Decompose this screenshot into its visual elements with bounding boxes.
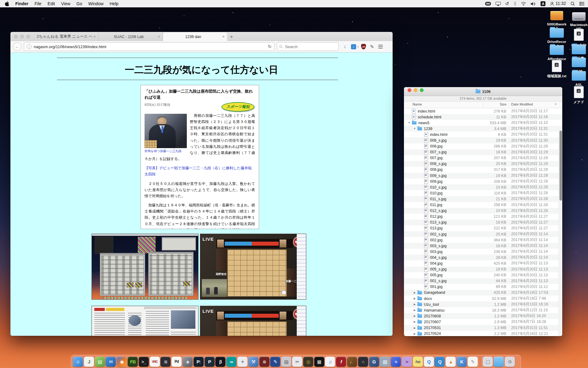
tab-suac-1106-lab[interactable]: SUAC - 1106 Lab ✕ (99, 32, 163, 41)
volume-icon[interactable] (531, 2, 536, 6)
notification-center-icon[interactable] (579, 2, 584, 6)
dock-image-viewer-icon[interactable]: ▧ (380, 357, 390, 367)
dock-audio-editor-icon[interactable]: ≈• (402, 357, 412, 367)
dock-keychain-icon[interactable]: ⊗ (259, 357, 270, 367)
disclosure-triangle[interactable]: ▶ (412, 332, 417, 335)
dock-wave-intel-icon[interactable]: ≈• (391, 357, 401, 367)
url-bar[interactable]: i nagasm.org/1106/news5/1239/index.html … (24, 42, 274, 51)
dock-grab-icon[interactable]: ▤ (95, 357, 105, 367)
file-row[interactable]: 011.jpg258 KB2017年6月20日 11:28 (404, 202, 562, 208)
file-row[interactable]: 006_s.jpg19 KB2017年6月20日 11:30 (404, 137, 562, 143)
scrollbar-track[interactable] (559, 129, 562, 336)
dock-trash-icon[interactable]: ♻ (505, 357, 515, 367)
disclosure-triangle[interactable]: ▶ (412, 315, 417, 317)
url-text[interactable]: nagasm.org/1106/news5/1239/index.html (34, 44, 266, 49)
file-row[interactable]: 005.jpg240 KB2017年6月20日 11:13 (404, 272, 562, 278)
folder-row[interactable]: ▼news5533.4 MB2017年6月20日 11:10 (404, 120, 562, 126)
dock-jedit-icon[interactable]: J• (84, 357, 94, 367)
new-tab-button[interactable]: + (227, 32, 236, 41)
reload-icon[interactable]: ↻ (268, 44, 272, 49)
file-row[interactable]: index.html6 KB2017年6月20日 11:31 (404, 132, 562, 137)
file-row[interactable]: 002_s.jpg25 KB2017年6月20日 11:14 (404, 231, 562, 237)
close-window-button[interactable] (14, 35, 18, 38)
file-row[interactable]: 007_s.jpg18 KB2017年6月20日 11:29 (404, 149, 562, 155)
disclosure-triangle[interactable]: ▶ (412, 320, 417, 323)
file-row[interactable]: 011_s.jpg21 KB2017年6月20日 11:28 (404, 196, 562, 202)
eyes-status-icon[interactable] (485, 2, 491, 6)
back-button[interactable]: ← (13, 42, 21, 51)
folder-row[interactable]: ▶docs52.9 MB2017年6月19日 7:48 (404, 296, 562, 301)
scrollbar-thumb[interactable] (560, 131, 562, 201)
close-tab-icon[interactable]: ✕ (93, 35, 96, 38)
desktop-icon-asl[interactable]: ASL (565, 71, 588, 87)
file-row[interactable]: 001.jpg89 KB2017年6月20日 11:12 (404, 284, 562, 290)
file-row[interactable]: 009.jpg208 KB2017年6月20日 11:28 (404, 178, 562, 184)
pocket-icon[interactable]: ↓ (351, 44, 356, 49)
dock-headphones-icon[interactable]: ∩ (358, 357, 368, 367)
file-row[interactable]: 006.jpg266 KB2017年6月20日 11:29 (404, 144, 562, 149)
time-machine-icon[interactable]: ↺ (505, 1, 509, 6)
dock-app-window-icon[interactable]: ▢ (483, 357, 493, 367)
file-row[interactable]: 004.jpg420 KB2017年6月20日 11:13 (404, 260, 562, 266)
file-row[interactable]: 002.jpg364 KB2017年6月20日 11:14 (404, 237, 562, 243)
search-bar[interactable] (277, 42, 339, 51)
file-row[interactable]: 010.jpg118 KB2017年6月20日 11:28 (404, 190, 562, 196)
dock-firefox-icon[interactable]: ◉• (117, 357, 127, 367)
dock-printer-icon[interactable]: ▤ (281, 357, 291, 367)
dock-terminal-icon[interactable]: >_ (139, 357, 149, 367)
file-row[interactable]: 008_s.jpg20 KB2017年6月20日 11:29 (404, 161, 562, 167)
file-row[interactable]: 003.jpg239 KB2017年6月20日 11:14 (404, 249, 562, 255)
dock-vlc-icon[interactable]: ▲ (446, 357, 456, 367)
dock-finder-icon[interactable]: ☺• (73, 357, 83, 367)
column-header-size[interactable]: Size (483, 102, 507, 107)
dock-quicktime-x-icon[interactable]: Q (435, 357, 445, 367)
file-row[interactable]: 007.jpg207 KB2017年6月20日 11:29 (404, 155, 562, 161)
screenshot-thumbnail-docs[interactable] (92, 306, 198, 336)
file-row[interactable]: 003_s.jpg18 KB2017年6月20日 11:14 (404, 243, 562, 249)
folder-row[interactable]: ▶201706072.9 MB2017年6月7日 16:28 (404, 319, 562, 325)
kato-photo[interactable] (145, 114, 187, 148)
dock-puredata-icon[interactable]: Pd (172, 357, 182, 367)
dock-processing-icon[interactable]: P: (194, 357, 204, 367)
dock-keynote-icon[interactable]: K (457, 357, 467, 367)
menu-item-window[interactable]: Window (85, 1, 107, 6)
tab-2channel[interactable]: 2ちゃんねる 電車男 ニュース ヘッドラ ✕ (34, 32, 99, 41)
file-row[interactable]: 012.jpg121 KB2017年6月20日 11:27 (404, 214, 562, 220)
input-source-icon[interactable]: A (541, 1, 545, 6)
menu-item-go[interactable]: Go (74, 1, 85, 6)
file-row[interactable]: schedule.html11 KB2017年6月20日 11:16 (404, 114, 562, 120)
minimize-window-button[interactable] (20, 35, 24, 38)
menu-item-finder[interactable]: Finder (12, 1, 32, 6)
file-row[interactable]: 004_s.jpg28 KB2017年6月20日 11:14 (404, 255, 562, 260)
disclosure-triangle[interactable]: ▶ (412, 291, 417, 294)
desktop-icon-meado[interactable]: メアド (565, 86, 588, 104)
search-input[interactable] (285, 44, 336, 49)
file-row[interactable]: 001_s.jpg44 KB2017年6月20日 11:13 (404, 278, 562, 284)
dock-downloads-folder-icon[interactable] (494, 357, 504, 367)
file-row[interactable]: 013_s.jpg18 KB2017年6月20日 11:27 (404, 220, 562, 225)
dock-medal-icon[interactable]: ◎ (303, 357, 313, 367)
pocket-caret-icon[interactable]: ▾ (357, 45, 359, 48)
spotlight-icon[interactable] (571, 2, 575, 6)
dock-flash-icon[interactable]: f (336, 357, 346, 367)
dock-quicktime-icon[interactable]: Q (424, 357, 434, 367)
menu-hamburger-icon[interactable] (378, 45, 383, 48)
edit-pencil-icon[interactable]: ✎ (368, 44, 376, 50)
folder-row[interactable]: ▶201706081.2 MB2017年6月8日 16:20 (404, 313, 562, 319)
dock-xwind-icon[interactable]: ✶ (237, 357, 247, 367)
dock-fb-app-icon[interactable]: FB• (128, 357, 138, 367)
dock-garageband-icon[interactable]: ♩ (347, 357, 357, 367)
column-header-date-modified[interactable]: Date Modified (508, 102, 533, 107)
dock-xcode-icon[interactable]: ⚒ (248, 357, 258, 367)
dock-arduino-icon[interactable]: ∞ (226, 357, 236, 367)
apple-menu-icon[interactable] (5, 1, 9, 6)
dock-thunderbird-icon[interactable]: ✉• (106, 357, 116, 367)
dock-textedit-icon[interactable]: ✎ (468, 357, 478, 367)
folder-row[interactable]: ▶Uzu_tool1.2 MB2017年6月13日 16:16 (404, 301, 562, 307)
sort-chevron-icon[interactable]: ∨ (555, 102, 557, 105)
finder-title-bar[interactable]: 1106 (404, 87, 562, 96)
wifi-icon[interactable] (521, 2, 526, 6)
close-tab-icon[interactable]: ✕ (158, 35, 160, 38)
close-tab-icon[interactable]: ✕ (222, 35, 225, 38)
disclosure-triangle[interactable]: ▶ (412, 303, 417, 306)
